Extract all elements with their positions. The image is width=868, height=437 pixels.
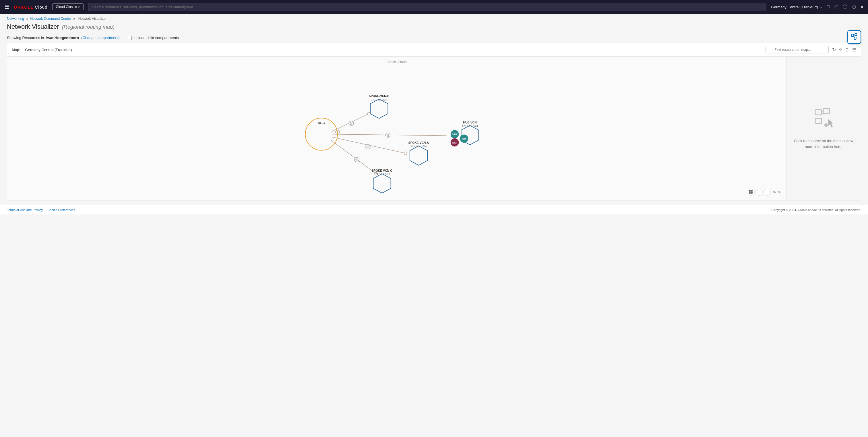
zoom-out-button[interactable]: − xyxy=(764,189,771,195)
map-region: Germany Central (Frankfurt) xyxy=(25,48,72,52)
svg-text:172.16.3.0/24: 172.16.3.0/24 xyxy=(374,173,390,176)
map-toolbar: Map: Germany Central (Frankfurt) 🔍 ↻ ◊ ↥… xyxy=(7,43,861,57)
refresh-icon[interactable]: ↻ xyxy=(832,47,836,53)
svg-text:⛓: ⛓ xyxy=(386,134,389,137)
zoom-controls: + − 87 % xyxy=(748,189,782,195)
zoom-in-button[interactable]: + xyxy=(756,189,763,195)
svg-rect-47 xyxy=(823,108,830,114)
svg-text:172.16.0.0/24: 172.16.0.0/24 xyxy=(462,125,478,127)
svg-text:NAT: NAT xyxy=(453,142,457,144)
svg-text:HUB-VCN: HUB-VCN xyxy=(463,121,477,124)
globe-icon[interactable]: ☉ xyxy=(852,4,856,10)
svg-line-8 xyxy=(332,137,406,153)
svg-rect-5 xyxy=(854,39,856,40)
help-icon[interactable]: ⓘ xyxy=(843,4,847,10)
breadcrumb-network-command-center[interactable]: Network Command Center xyxy=(30,17,71,21)
svg-point-19 xyxy=(367,112,370,115)
page-subtitle: (Regional routing map) xyxy=(62,24,115,30)
chevron-down-icon: ⌄ xyxy=(819,5,823,9)
find-resource-wrapper: 🔍 xyxy=(766,46,829,54)
top-navigation: ☰ ORACLE Cloud Cloud Classic > Germany C… xyxy=(0,0,868,14)
terms-link[interactable]: Terms of Use and Privacy xyxy=(7,208,43,212)
svg-point-20 xyxy=(404,152,407,155)
breadcrumb-current: Network Visualizer xyxy=(79,17,107,21)
cloud-classic-button[interactable]: Cloud Classic > xyxy=(52,3,84,10)
cookie-link[interactable]: Cookie Preferences xyxy=(48,208,75,212)
cloud-text: Cloud xyxy=(35,5,48,9)
svg-rect-45 xyxy=(751,192,753,194)
region-selector[interactable]: Germany Central (Frankfurt) ⌄ xyxy=(771,5,822,9)
svg-marker-36 xyxy=(410,146,427,165)
map-container: Map: Germany Central (Frankfurt) 🔍 ↻ ◊ ↥… xyxy=(7,43,861,200)
download-icon[interactable]: ↥ xyxy=(845,47,849,53)
bell-icon[interactable]: ♡ xyxy=(834,4,838,10)
svg-rect-2 xyxy=(855,37,857,39)
copyright-text: Copyright © 2024, Oracle and/or its affi… xyxy=(772,208,861,212)
click-message: Click a resource on the map to view more… xyxy=(792,138,855,149)
svg-text:⛓: ⛓ xyxy=(350,122,352,125)
network-svg: ⛓ ⛓ ⛓ ⛓ DRG xyxy=(7,57,786,200)
filter-icon[interactable]: ◊ xyxy=(839,47,842,52)
footer: Terms of Use and Privacy Cookie Preferen… xyxy=(0,205,868,215)
svg-rect-42 xyxy=(749,190,751,192)
find-resource-input[interactable] xyxy=(766,46,829,54)
svg-text:⛓: ⛓ xyxy=(355,158,358,161)
zoom-fit-button[interactable] xyxy=(748,189,755,195)
page-title: Network Visualizer xyxy=(7,23,59,30)
breadcrumb: Networking » Network Command Center » Ne… xyxy=(0,14,868,22)
showing-resources-label: Showing Resources in IwanHoogendoorn xyxy=(7,36,79,40)
child-compartments-filter: Include child compartments xyxy=(128,36,179,40)
click-resource-icon xyxy=(812,107,835,133)
filter-bar: Showing Resources in IwanHoogendoorn (Ch… xyxy=(0,34,868,43)
svg-marker-52 xyxy=(824,123,828,127)
svg-text:172.16.2.0/24: 172.16.2.0/24 xyxy=(371,98,387,101)
svg-rect-48 xyxy=(815,118,822,123)
terminal-icon[interactable]: □ xyxy=(827,4,830,9)
svg-marker-24 xyxy=(370,99,388,118)
svg-text:172.16.1.0/24: 172.16.1.0/24 xyxy=(410,145,427,148)
toolbar-right: 🔍 ↻ ◊ ↥ ☰ xyxy=(766,46,856,54)
svg-rect-0 xyxy=(851,34,854,36)
global-search-input[interactable] xyxy=(88,3,766,11)
region-label: Germany Central (Frankfurt) xyxy=(771,5,818,9)
svg-marker-51 xyxy=(828,120,833,127)
settings-icon[interactable]: ☰ xyxy=(852,47,856,53)
map-canvas: Oracle Cloud ⛓ xyxy=(7,57,861,200)
map-visual[interactable]: Oracle Cloud ⛓ xyxy=(7,57,786,200)
svg-rect-44 xyxy=(749,192,751,194)
svg-text:SPOKE-VCN-C: SPOKE-VCN-C xyxy=(372,169,392,172)
svg-rect-1 xyxy=(855,34,857,36)
footer-links: Terms of Use and Privacy Cookie Preferen… xyxy=(7,208,75,212)
svg-text:SGW: SGW xyxy=(452,133,458,136)
main-content: Map: Germany Central (Frankfurt) 🔍 ↻ ◊ ↥… xyxy=(0,43,868,205)
breadcrumb-sep1: » xyxy=(26,17,28,21)
svg-text:DRG: DRG xyxy=(318,121,325,125)
svg-text:SPOKE-VCN-B: SPOKE-VCN-B xyxy=(369,94,389,98)
breadcrumb-networking[interactable]: Networking xyxy=(7,17,24,21)
svg-line-7 xyxy=(332,134,446,135)
svg-marker-39 xyxy=(373,174,391,193)
page-title-section: Network Visualizer (Regional routing map… xyxy=(0,22,868,34)
network-visualizer-button[interactable] xyxy=(847,30,861,44)
svg-text:IGW: IGW xyxy=(462,138,467,141)
menu-icon[interactable]: ☰ xyxy=(5,4,9,10)
nav-right: Germany Central (Frankfurt) ⌄ □ ♡ ⓘ ☉ ● xyxy=(771,4,863,10)
svg-line-4 xyxy=(854,35,855,38)
change-compartment-link[interactable]: (Change compartment) xyxy=(81,36,120,40)
network-icon xyxy=(850,33,858,41)
svg-rect-43 xyxy=(751,190,753,192)
oracle-logo: ORACLE Cloud xyxy=(14,5,48,9)
oracle-text: ORACLE xyxy=(14,5,34,9)
map-info-sidebar: Click a resource on the map to view more… xyxy=(786,57,861,200)
child-compartments-label: Include child compartments xyxy=(133,36,179,40)
child-compartments-checkbox[interactable] xyxy=(128,36,132,40)
breadcrumb-sep2: » xyxy=(73,17,75,21)
nav-icons: □ ♡ ⓘ ☉ ● xyxy=(827,4,863,10)
svg-text:⛓: ⛓ xyxy=(367,146,369,149)
svg-rect-46 xyxy=(815,110,822,115)
svg-text:SPOKE-VCN-A: SPOKE-VCN-A xyxy=(408,141,429,145)
user-icon[interactable]: ● xyxy=(861,4,863,9)
zoom-level: 87 % xyxy=(772,189,782,195)
map-label: Map: xyxy=(12,48,20,52)
